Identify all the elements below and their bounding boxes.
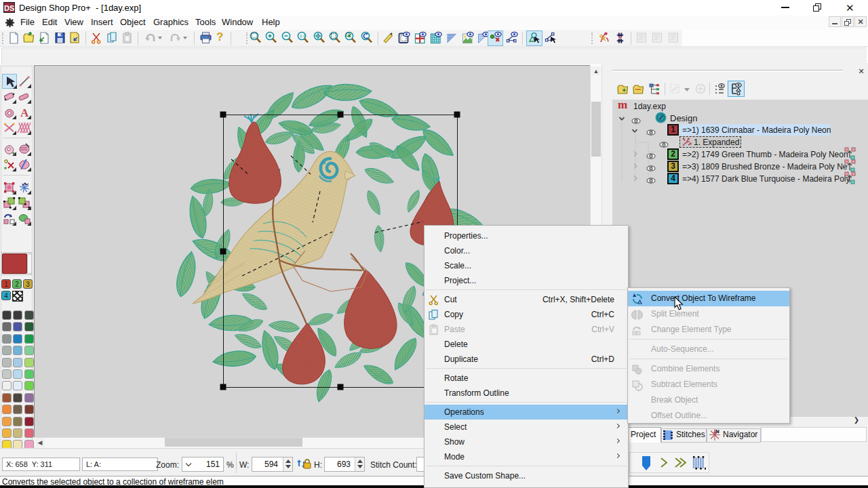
svg-text:N: N: [715, 429, 719, 434]
svg-text:1:1: 1:1: [300, 34, 306, 38]
svg-text:A: A: [20, 106, 29, 119]
